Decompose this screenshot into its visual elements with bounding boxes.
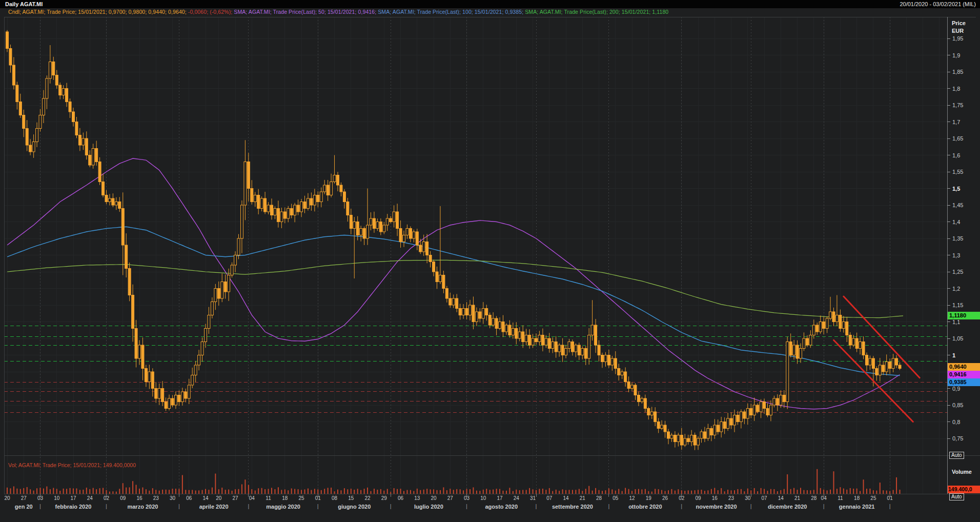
candle-body-up <box>482 309 484 319</box>
volume-bar <box>463 490 464 494</box>
candle-body-down <box>555 342 557 352</box>
volume-bar <box>33 491 34 494</box>
candle-body-down <box>78 135 81 146</box>
volume-bar <box>638 489 639 494</box>
candle-body-down <box>26 129 28 146</box>
volume-bar <box>503 491 504 494</box>
candle-body-up <box>320 192 322 202</box>
candle-body-up <box>274 209 276 215</box>
candle-body-down <box>515 329 518 339</box>
volume-bar <box>238 489 239 494</box>
volume-bar <box>367 488 368 494</box>
chart-canvas[interactable] <box>0 0 980 522</box>
candle-body-up <box>240 205 243 238</box>
candle-body-up <box>793 345 795 355</box>
volume-bar <box>565 490 566 494</box>
candle-body-up <box>386 218 389 225</box>
volume-bar <box>519 490 520 494</box>
legend-segment-net-change[interactable]: -0,0060; (-0,62%); <box>188 9 234 15</box>
volume-bar <box>291 489 292 494</box>
volume-bar <box>542 489 543 494</box>
candle-body-down <box>703 432 706 438</box>
candle-body-down <box>379 222 382 232</box>
candle-body-down <box>271 205 273 215</box>
volume-bar <box>889 491 890 494</box>
volume-bar <box>10 488 11 494</box>
legend-segment-candle-series[interactable]: Cndl; AGAT.MI; Trade Price; 15/01/2021; … <box>8 9 188 15</box>
volume-bar <box>900 490 901 494</box>
candle-body-up <box>611 358 614 365</box>
volume-bar <box>873 490 874 494</box>
volume-bar <box>896 477 897 494</box>
candle-body-up <box>684 438 686 445</box>
trendline[interactable] <box>844 296 920 378</box>
candle-body-up <box>115 202 117 206</box>
volume-bar <box>351 489 352 494</box>
volume-bar <box>328 488 329 494</box>
candle-body-down <box>141 345 144 369</box>
volume-bar <box>658 489 659 494</box>
candle-body-up <box>826 318 828 329</box>
candle-body-up <box>191 375 194 386</box>
volume-bar <box>268 489 269 494</box>
candle-body-up <box>221 282 223 299</box>
volume-bar <box>169 490 170 494</box>
candle-body-up <box>469 305 472 315</box>
volume-bar <box>261 488 262 494</box>
candle-body-down <box>257 195 260 209</box>
volume-bar <box>324 489 325 494</box>
candle-body-up <box>439 275 441 282</box>
volume-bar <box>807 490 808 494</box>
volume-bar <box>99 488 100 494</box>
legend-segment-sma-100[interactable]: SMA; AGAT.MI; Trade Price(Last); 100; 15… <box>378 9 525 15</box>
volume-bar <box>456 489 457 494</box>
candle-body-up <box>201 342 203 355</box>
volume-bar <box>797 490 798 494</box>
candle-body-down <box>595 325 597 345</box>
volume-bar <box>218 489 219 494</box>
candle-body-down <box>326 185 329 195</box>
volume-bar <box>496 489 497 494</box>
candle-body-down <box>155 389 157 399</box>
candle-body-up <box>406 229 409 235</box>
candle-body-up <box>49 62 51 79</box>
volume-bar <box>641 489 642 494</box>
volume-bar <box>354 490 355 494</box>
legend-segment-sma-50[interactable]: SMA; AGAT.MI; Trade Price(Last); 50; 15/… <box>234 9 378 15</box>
volume-bar <box>360 490 361 494</box>
volume-bar <box>63 489 64 494</box>
legend-segment-sma-200[interactable]: SMA; AGAT.MI; Trade Price(Last); 200; 15… <box>525 9 668 15</box>
volume-bar <box>278 487 279 494</box>
volume-bar <box>149 491 150 494</box>
candle-body-down <box>95 149 98 162</box>
volume-bar <box>195 491 196 494</box>
candle-body-down <box>723 422 726 429</box>
volume-bar <box>880 483 881 494</box>
volume-bar <box>529 488 530 494</box>
candle-body-down <box>465 309 468 315</box>
volume-bar <box>453 490 454 494</box>
candle-body-down <box>445 289 448 299</box>
candle-body-up <box>525 335 527 342</box>
candle-body-down <box>121 209 124 246</box>
volume-bar <box>615 491 616 494</box>
candle-body-up <box>333 175 336 182</box>
price-legend[interactable]: Cndl; AGAT.MI; Trade Price; 15/01/2021; … <box>8 9 941 17</box>
volume-bar <box>40 488 41 494</box>
candle-body-up <box>413 232 415 238</box>
candle-body-down <box>875 369 878 375</box>
candle-body-down <box>737 415 739 422</box>
candle-body-up <box>773 398 775 405</box>
candle-body-up <box>462 309 465 315</box>
volume-bar <box>103 488 104 494</box>
volume-bar <box>754 488 755 494</box>
candle-body-up <box>46 78 48 98</box>
volume-bar <box>50 489 51 494</box>
candle-body-up <box>697 438 700 445</box>
candle-body-down <box>789 342 792 355</box>
volume-bar <box>552 491 553 494</box>
candle-body-down <box>16 85 18 102</box>
candle-body-up <box>214 289 217 302</box>
volume-bar <box>340 490 341 494</box>
volume-bar <box>146 489 147 494</box>
